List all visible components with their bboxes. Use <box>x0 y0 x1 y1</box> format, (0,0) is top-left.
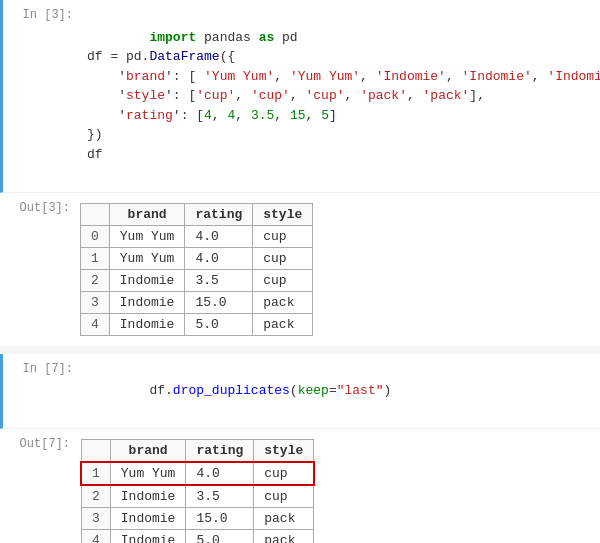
cell-group-2: In [7]: df.drop_duplicates(keep="last") … <box>0 354 600 544</box>
cell-1-code: import pandas as pd df = pd.DataFrame({ … <box>83 6 600 186</box>
table-row: 3 Indomie 15.0 pack <box>81 508 314 530</box>
code-span-2: df.drop_duplicates(keep="last") <box>149 383 391 398</box>
table-row: 4 Indomie 5.0 pack <box>81 313 313 335</box>
cell-rating: 3.5 <box>186 485 254 508</box>
cell-brand: Indomie <box>110 530 186 544</box>
th-style-2: style <box>254 440 314 463</box>
cell-2-output: Out[7]: brand rating style 1 <box>0 429 600 543</box>
table-row: 2 Indomie 3.5 cup <box>81 269 313 291</box>
cell-brand: Indomie <box>109 291 185 313</box>
cell-rating: 15.0 <box>185 291 253 313</box>
th-index <box>81 203 110 225</box>
cell-idx: 2 <box>81 269 110 291</box>
table-header-row-2: brand rating style <box>81 440 314 463</box>
dataframe-table-2: brand rating style 1 Yum Yum 4.0 cup <box>80 439 315 543</box>
cell-idx: 2 <box>81 485 110 508</box>
cell-style: cup <box>253 247 313 269</box>
cell-brand: Yum Yum <box>109 225 185 247</box>
cell-style: pack <box>253 291 313 313</box>
cell-style-h: cup <box>254 462 314 485</box>
cell-idx: 3 <box>81 291 110 313</box>
table-row: 3 Indomie 15.0 pack <box>81 291 313 313</box>
cell-idx: 4 <box>81 313 110 335</box>
cell-group-1: In [3]: import pandas as pd df = pd.Data… <box>0 0 600 346</box>
cell-1-table-container: brand rating style 0 Yum Yum 4.0 cup <box>80 199 313 340</box>
cell-1-input: In [3]: import pandas as pd df = pd.Data… <box>0 0 600 193</box>
table-row-highlighted: 1 Yum Yum 4.0 cup <box>81 462 314 485</box>
cell-idx: 4 <box>81 530 110 544</box>
cell-brand: Yum Yum <box>109 247 185 269</box>
cell-rating: 5.0 <box>185 313 253 335</box>
th-index-2 <box>81 440 110 463</box>
cell-rating: 4.0 <box>185 225 253 247</box>
cell-idx: 1 <box>81 247 110 269</box>
th-rating-2: rating <box>186 440 254 463</box>
cell-style: cup <box>253 269 313 291</box>
table-row: 2 Indomie 3.5 cup <box>81 485 314 508</box>
th-brand: brand <box>109 203 185 225</box>
cell-1-out-label: Out[3]: <box>0 199 80 215</box>
cell-rating: 3.5 <box>185 269 253 291</box>
code-span: import pandas as pd df = pd.DataFrame({ … <box>87 30 600 162</box>
cell-2-in-label: In [7]: <box>3 360 83 376</box>
cell-idx: 0 <box>81 225 110 247</box>
cell-2-table-container: brand rating style 1 Yum Yum 4.0 cup <box>80 435 315 543</box>
cell-2-input: In [7]: df.drop_duplicates(keep="last") <box>0 354 600 430</box>
table-row: 1 Yum Yum 4.0 cup <box>81 247 313 269</box>
notebook: In [3]: import pandas as pd df = pd.Data… <box>0 0 600 543</box>
cell-idx: 3 <box>81 508 110 530</box>
table-row: 4 Indomie 5.0 pack <box>81 530 314 544</box>
cell-rating: 4.0 <box>185 247 253 269</box>
cell-style: pack <box>254 508 314 530</box>
cell-2-code: df.drop_duplicates(keep="last") <box>83 360 600 423</box>
cell-2-out-label: Out[7]: <box>0 435 80 451</box>
cell-brand: Indomie <box>109 313 185 335</box>
cell-style: pack <box>253 313 313 335</box>
th-brand-2: brand <box>110 440 186 463</box>
cell-1-output: Out[3]: brand rating style 0 <box>0 193 600 346</box>
cell-brand-h: Yum Yum <box>110 462 186 485</box>
cell-rating: 5.0 <box>186 530 254 544</box>
cell-style: pack <box>254 530 314 544</box>
dataframe-table-1: brand rating style 0 Yum Yum 4.0 cup <box>80 203 313 336</box>
cell-brand: Indomie <box>109 269 185 291</box>
table-row: 0 Yum Yum 4.0 cup <box>81 225 313 247</box>
table-header-row: brand rating style <box>81 203 313 225</box>
th-style: style <box>253 203 313 225</box>
cell-rating-h: 4.0 <box>186 462 254 485</box>
cell-brand: Indomie <box>110 485 186 508</box>
cell-brand: Indomie <box>110 508 186 530</box>
cell-style: cup <box>253 225 313 247</box>
th-rating: rating <box>185 203 253 225</box>
cell-style: cup <box>254 485 314 508</box>
cell-idx-h: 1 <box>81 462 110 485</box>
cell-rating: 15.0 <box>186 508 254 530</box>
cell-1-in-label: In [3]: <box>3 6 83 22</box>
